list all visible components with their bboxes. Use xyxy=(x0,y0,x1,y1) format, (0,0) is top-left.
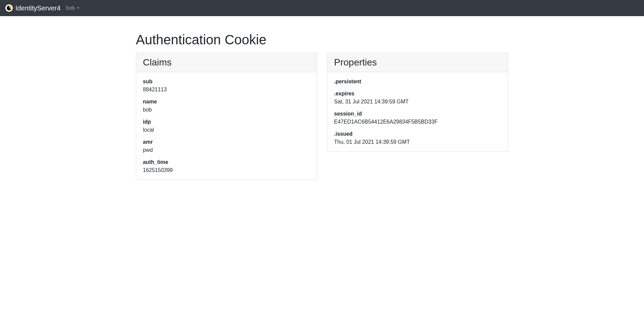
properties-card-header: Properties xyxy=(327,53,508,72)
properties-heading: Properties xyxy=(334,57,501,68)
property-value: E47ED1AC6B54412E6A29834F5B5BD33F xyxy=(334,118,501,126)
property-value: Thu, 01 Jul 2021 14:39:59 GMT xyxy=(334,138,501,146)
properties-list: .persistent .expires Sat, 31 Jul 2021 14… xyxy=(334,78,501,146)
claim-value: pwd xyxy=(143,146,310,154)
claim-value: bob xyxy=(143,106,310,114)
properties-card: Properties .persistent .expires Sat, 31 … xyxy=(327,53,508,152)
property-value: Sat, 31 Jul 2021 14:39:59 GMT xyxy=(334,98,501,106)
chevron-down-icon: ▼ xyxy=(76,6,80,10)
page-title: Authentication Cookie xyxy=(136,32,508,47)
navbar-brand-link[interactable]: IdentityServer4 xyxy=(5,4,61,12)
claims-card-header: Claims xyxy=(136,53,317,72)
navbar-user-name: bob xyxy=(66,5,75,11)
identityserver-logo-icon xyxy=(5,4,13,12)
navbar: IdentityServer4 bob ▼ xyxy=(0,0,644,16)
claim-key: idp xyxy=(143,118,310,126)
navbar-user-dropdown[interactable]: bob ▼ xyxy=(66,5,80,11)
navbar-brand-text: IdentityServer4 xyxy=(15,4,61,12)
claim-key: name xyxy=(143,98,310,106)
claim-value: 88421113 xyxy=(143,86,310,94)
claim-value: local xyxy=(143,126,310,134)
claim-key: auth_time xyxy=(143,158,310,166)
property-key: .persistent xyxy=(334,78,501,86)
property-key: .issued xyxy=(334,130,501,138)
claim-key: amr xyxy=(143,138,310,146)
property-key: .expires xyxy=(334,90,501,98)
property-key: session_id xyxy=(334,110,501,118)
claim-value: 1625150399 xyxy=(143,166,310,174)
claims-heading: Claims xyxy=(143,57,310,68)
claims-list: sub 88421113 name bob idp local amr pwd … xyxy=(143,78,310,174)
claim-key: sub xyxy=(143,78,310,86)
claims-card: Claims sub 88421113 name bob idp local a… xyxy=(136,53,317,180)
